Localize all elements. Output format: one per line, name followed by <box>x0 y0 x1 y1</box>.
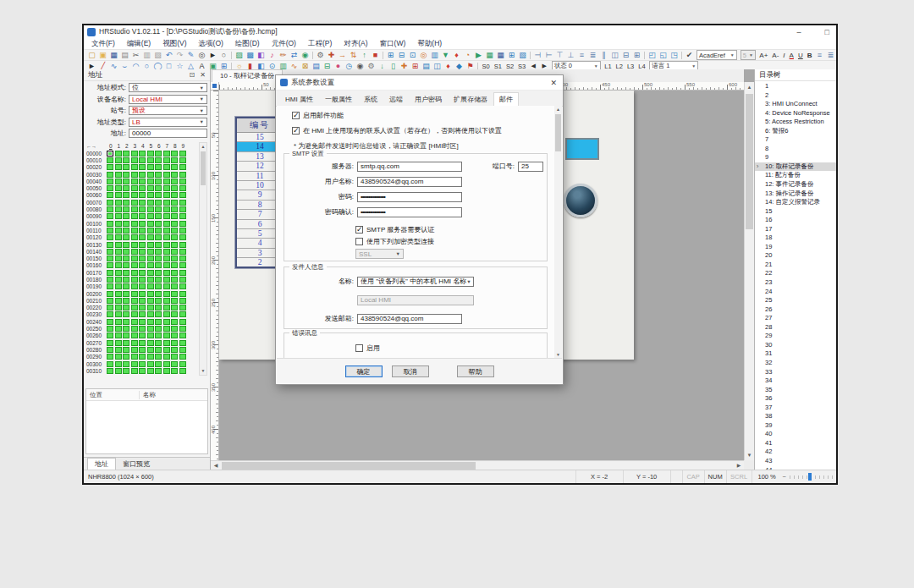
grid-cell[interactable] <box>139 291 146 297</box>
tree-item[interactable]: 16 <box>755 216 836 225</box>
grid-cell[interactable] <box>171 347 178 353</box>
dialog-scrollbar[interactable]: ▲ ▼ <box>554 106 562 359</box>
column-header[interactable]: 名称 <box>140 391 156 399</box>
grid-cell[interactable] <box>179 242 186 248</box>
align-text-center-icon[interactable]: ≣ <box>825 50 836 60</box>
tree-item[interactable]: 11: 配方备份 <box>755 171 836 180</box>
grid-cell[interactable] <box>139 283 146 289</box>
grid-cell[interactable] <box>163 249 170 255</box>
grid-cell[interactable] <box>155 283 162 289</box>
grid-cell[interactable] <box>123 270 129 276</box>
grid-cell[interactable] <box>147 270 154 276</box>
grid-cell[interactable] <box>123 192 129 198</box>
grid-cell[interactable] <box>155 249 162 255</box>
grid-cell[interactable] <box>139 332 146 338</box>
grid-cell[interactable] <box>147 172 154 178</box>
grid-cell[interactable] <box>147 179 154 184</box>
layer-grid-icon[interactable]: ⊞ <box>506 50 517 60</box>
sound-icon[interactable]: ♪ <box>267 50 278 60</box>
grid-cell[interactable] <box>115 151 122 157</box>
grid-cell[interactable] <box>107 249 113 255</box>
macro-icon[interactable]: ◉ <box>300 50 311 60</box>
grid-cell[interactable] <box>139 185 146 191</box>
grid-cell[interactable] <box>139 354 146 360</box>
paste-icon[interactable]: ▧ <box>152 50 163 60</box>
grid-cell[interactable] <box>171 200 178 206</box>
grid-cell[interactable] <box>131 172 138 178</box>
grid-cell[interactable] <box>107 172 113 178</box>
grid-cell[interactable] <box>123 291 129 297</box>
grid-cell[interactable] <box>131 347 138 353</box>
grid-cell[interactable] <box>147 354 154 360</box>
grid-cell[interactable] <box>171 151 178 157</box>
grid-cell[interactable] <box>131 277 138 283</box>
tree-item[interactable]: 25 <box>755 296 836 305</box>
grid-cell[interactable] <box>115 347 122 353</box>
grid-cell[interactable] <box>115 340 122 346</box>
field-select-1[interactable]: Local HMI▼ <box>129 95 207 104</box>
grid-cell[interactable] <box>171 298 178 304</box>
grid-cell[interactable] <box>115 192 122 198</box>
grid-cell[interactable] <box>155 192 162 198</box>
grid-cell[interactable] <box>171 368 178 374</box>
grid-cell[interactable] <box>139 311 146 317</box>
grid-cell[interactable] <box>107 262 113 268</box>
grid-cell[interactable] <box>107 368 113 374</box>
grid-cell[interactable] <box>155 206 162 212</box>
tree-item[interactable]: 41 <box>755 439 836 448</box>
grid-cell[interactable] <box>147 298 154 304</box>
scrollbar-thumb[interactable] <box>222 462 476 470</box>
grid-cell[interactable] <box>107 340 113 346</box>
grid-cell[interactable] <box>163 242 170 248</box>
grid-cell[interactable] <box>115 368 122 374</box>
grid-cell[interactable] <box>115 221 122 227</box>
grid-cell[interactable] <box>163 298 170 304</box>
grid-cell[interactable] <box>131 270 138 276</box>
minimize-button[interactable]: – <box>797 28 801 36</box>
group-icon[interactable]: ◳ <box>669 50 680 60</box>
grid-cell[interactable] <box>155 340 162 346</box>
grid-cell[interactable] <box>155 347 162 353</box>
same-height-icon[interactable]: ⊟ <box>620 50 631 60</box>
tree-item[interactable]: 33 <box>755 368 836 377</box>
window-tile-icon[interactable]: ⊞ <box>385 50 396 60</box>
grid-cell[interactable] <box>179 319 186 325</box>
grid-cell[interactable] <box>115 262 122 268</box>
upload-icon[interactable]: ↑ <box>359 50 370 60</box>
grid-cell[interactable] <box>131 311 138 317</box>
grid-cell[interactable] <box>139 298 146 304</box>
grid-cell[interactable] <box>107 332 113 338</box>
grid-cell[interactable] <box>131 200 138 206</box>
tree-item[interactable]: 27 <box>755 314 836 323</box>
copy-icon[interactable]: ▥ <box>141 50 152 60</box>
grid-cell[interactable] <box>123 319 129 325</box>
smtp-password-input[interactable]: •••••••••••••••• <box>357 192 462 202</box>
grid-cell[interactable] <box>131 242 138 248</box>
grid-cell[interactable] <box>179 270 186 276</box>
scroll-down-icon[interactable]: ▼ <box>745 450 754 460</box>
reference-book-green-icon[interactable]: ▦ <box>484 50 495 60</box>
menu-item-4[interactable]: 绘图(D) <box>229 39 266 49</box>
grid-cell[interactable] <box>179 368 186 374</box>
grid-cell[interactable] <box>171 179 178 184</box>
grid-cell[interactable] <box>123 361 129 367</box>
grid-cell[interactable] <box>107 361 113 367</box>
grid-cell[interactable] <box>131 319 138 325</box>
grid-cell[interactable] <box>107 347 113 353</box>
document-tab[interactable]: 10 - 取样记录备份 <box>212 69 283 82</box>
grid-cell[interactable] <box>163 256 170 261</box>
grid-cell[interactable] <box>115 256 122 261</box>
grid-cell[interactable] <box>123 234 129 240</box>
grid-cell[interactable] <box>163 277 170 283</box>
cancel-button[interactable]: 取消 <box>392 365 429 377</box>
tree-item[interactable]: 20 <box>755 251 836 261</box>
grid-cell[interactable] <box>155 157 162 163</box>
grid-cell[interactable] <box>115 305 122 310</box>
transfer-right-icon[interactable]: → <box>337 50 348 60</box>
grid-cell[interactable] <box>163 221 170 227</box>
new-file-icon[interactable]: ▢ <box>86 50 97 60</box>
tree-item[interactable]: 5: Access Restriction <box>755 118 836 127</box>
grid-cell[interactable] <box>147 164 154 170</box>
grid-cell[interactable] <box>115 361 122 367</box>
grid-cell[interactable] <box>131 157 138 163</box>
